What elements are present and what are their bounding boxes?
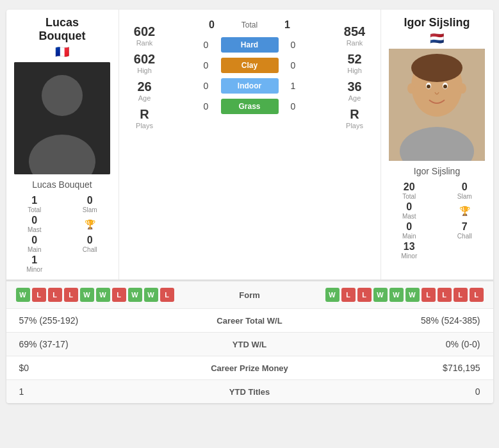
player2-mast-stat: 0 Mast [384,201,435,220]
player2-trophy: 🏆 [439,201,490,220]
p2-form-badge-l: L [421,288,436,302]
svg-point-1 [42,75,83,116]
p2-form-badge-l: L [341,288,356,302]
comp-label-0: Career Total W/L [160,316,339,326]
p1-form-badge-l: L [112,288,126,302]
grass-score-p1: 0 [197,101,216,112]
comp-label-2: Career Prize Money [160,363,339,373]
p1-form-badge-w: W [128,288,142,302]
player1-chall-label: Chall [83,246,97,253]
player2-mast-label: Mast [402,213,416,220]
middle-col: 602 Rank 602 High 26 Age R Plays [119,10,381,279]
player2-chall-label: Chall [457,233,472,240]
player1-mast-label: Mast [28,226,42,233]
hard-button[interactable]: Hard [221,37,279,53]
player2-minor-label: Minor [401,253,417,260]
player1-header: Lucas Bouquet 🇫🇷 [39,16,86,59]
comp-label-3: YTD Titles [160,387,339,397]
total-p2: 1 [278,19,297,31]
player1-total-value: 1 [31,195,37,206]
p2-plays-block: R Plays [332,107,377,129]
svg-point-9 [427,85,430,88]
player1-form-badges: WLLLWWLWWL [16,288,174,302]
surface-row-grass: 0 Grass 0 [197,99,303,114]
player1-col: Lucas Bouquet 🇫🇷 Lucas Bouquet 1 Total [6,10,119,279]
player2-stats-grid: 20 Total 0 Slam 0 Mast 🏆 0 Main [384,181,490,260]
player1-total-stat: 1 Total [10,195,60,213]
comparison-row-0: 57% (255-192) Career Total W/L 58% (524-… [6,308,493,332]
surface-row-hard: 0 Hard 0 [197,37,303,53]
player2-slam-stat: 0 Slam [439,181,490,200]
trophy-icon-p2: 🏆 [459,206,470,216]
top-section: Lucas Bouquet 🇫🇷 Lucas Bouquet 1 Total [6,10,493,281]
player1-main-label: Main [28,246,42,253]
player1-minor-value: 1 [31,254,37,266]
p1-form-badge-w: W [96,288,110,302]
comp-left-2: $0 [19,363,160,373]
player1-header-name: Lucas Bouquet [39,16,86,43]
p2-high-block: 52 High [332,52,377,74]
main-card: Lucas Bouquet 🇫🇷 Lucas Bouquet 1 Total [6,10,493,403]
p2-age-block: 36 Age [332,79,377,102]
indoor-score-p2: 1 [284,81,303,91]
svg-point-12 [459,83,466,94]
player2-slam-label: Slam [457,193,472,200]
comp-right-3: 0 [339,386,480,397]
comp-left-3: 1 [19,386,160,397]
p2-form-badge-l: L [357,288,372,302]
p1-form-badge-l: L [48,288,62,302]
svg-point-5 [411,54,462,82]
p1-form-badge-w: W [16,288,30,302]
comparison-row-1: 69% (37-17) YTD W/L 0% (0-0) [6,332,493,356]
player2-header: Igor Sijsling 🇳🇱 [404,16,470,46]
player2-mast-value: 0 [406,201,412,213]
player1-mast-value: 0 [31,215,37,226]
p2-rank-block: 854 Rank [332,24,377,47]
player1-slam-stat: 0 Slam [65,195,115,213]
player2-flag: 🇳🇱 [404,31,470,46]
comp-label-1: YTD W/L [160,340,339,349]
indoor-button[interactable]: Indoor [221,78,279,94]
comp-left-1: 69% (37-17) [19,339,160,349]
p2-form-badge-l: L [438,288,452,302]
p1-rank-block: 602 Rank [122,24,167,47]
form-label: Form [184,290,316,300]
grass-button[interactable]: Grass [221,99,279,114]
total-p1: 0 [202,19,222,31]
player1-photo [14,62,110,174]
player2-chall-stat: 7 Chall [439,221,490,240]
player2-form-badges: WLLWWWLLLL [325,288,484,302]
player2-chall-value: 7 [462,221,468,233]
player2-total-label: Total [402,193,416,200]
total-row: 0 Total 1 [202,19,297,31]
comp-right-0: 58% (524-385) [339,315,480,326]
player2-name: Igor Sijsling [414,166,460,176]
player1-flag: 🇫🇷 [39,45,86,59]
hard-score-p2: 0 [284,40,303,50]
player1-minor-label: Minor [26,266,42,273]
player1-main-value: 0 [31,235,37,246]
p2-form-badge-w: W [405,288,420,302]
p1-plays-block: R Plays [122,107,167,129]
comp-right-1: 0% (0-0) [339,339,480,349]
p1-form-badge-l: L [32,288,46,302]
player2-main-stat: 0 Main [384,221,435,240]
player1-name: Lucas Bouquet [32,179,92,190]
comp-left-0: 57% (255-192) [19,315,160,326]
clay-button[interactable]: Clay [221,58,279,73]
svg-point-11 [407,83,415,94]
p2-form-badge-l: L [454,288,468,302]
player1-slam-label: Slam [83,206,97,213]
player2-total-stat: 20 Total [384,181,435,200]
player1-minor-stat: 1 Minor [10,254,60,273]
p1-form-badge-l: L [160,288,174,302]
player1-total-label: Total [28,206,41,213]
comparison-rows: 57% (255-192) Career Total W/L 58% (524-… [6,308,493,403]
comp-right-2: $716,195 [339,363,480,373]
p2-form-badge-w: W [389,288,404,302]
clay-score-p2: 0 [284,60,303,71]
p2-form-badge-w: W [325,288,339,302]
trophy-icon: 🏆 [85,219,95,229]
player1-slam-value: 0 [87,195,93,206]
hard-score-p1: 0 [197,40,216,50]
